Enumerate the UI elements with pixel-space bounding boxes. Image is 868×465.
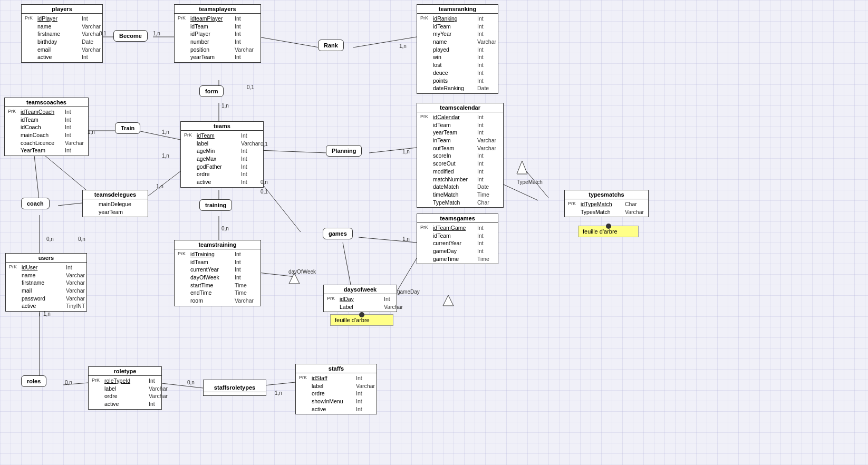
card-1n-delegues: 1,n	[156, 183, 163, 189]
relation-coach: coach	[21, 198, 50, 209]
note-daysofweek: feuille d'arbre	[330, 314, 393, 326]
entity-staffs-body: PrKidStaffInt labelVarchar ordreInt show…	[296, 373, 377, 414]
entity-players: players PrKidPlayerInt nameVarchar first…	[21, 4, 103, 63]
svg-line-22	[58, 203, 82, 206]
relation-train: Train	[115, 122, 140, 134]
entity-teamsdelegues: teamsdelegues mainDelegue yearTeam	[82, 190, 148, 217]
entity-daysofweek-title: daysofweek	[324, 285, 397, 294]
entity-roletype-body: PrKroleTypeIdInt labelVarchar ordreVarch…	[89, 376, 161, 409]
svg-marker-29	[517, 161, 527, 174]
entity-roletype: roletype PrKroleTypeIdInt labelVarchar o…	[88, 366, 162, 410]
card-1n-staffs: 1,n	[275, 390, 282, 396]
card-0n-coach-left: 0,n	[46, 236, 54, 242]
entity-teamscoaches: teamscoaches PrKidTeamCoachInt idTeamInt…	[4, 98, 89, 156]
card-01-become-left: 0,1	[99, 31, 107, 36]
entity-teamsranking: teamsranking PrKidRankingInt idTeamInt m…	[417, 4, 498, 94]
entity-daysofweek: daysofweek PrKidDayInt LabelVarchar	[323, 285, 397, 312]
entity-teamsranking-title: teamsranking	[417, 5, 498, 14]
entity-teamscalendar-title: teamscalendar	[417, 103, 503, 112]
svg-line-15	[343, 243, 351, 285]
entity-teamsplayers-body: PrKidteamPlayerInt idTeamInt idPlayerInt…	[175, 14, 261, 62]
entity-users-body: PrKidUserInt nameVarchar firstnameVarcha…	[6, 263, 86, 311]
card-1n-form-down: 1,n	[221, 103, 229, 109]
entity-users: users PrKidUserInt nameVarchar firstname…	[5, 253, 87, 312]
entity-teams-body: PrKidTeamInt labelVarchar ageMinInt ageM…	[181, 131, 263, 187]
card-0n-roles-right: 0,n	[187, 380, 195, 385]
entity-teamsdelegues-body: mainDelegue yearTeam	[83, 199, 148, 217]
card-1n-train-left: 1,n	[88, 129, 95, 135]
entity-staffsroletypes: staffsroletypes	[203, 380, 266, 396]
entity-teamsdelegues-title: teamsdelegues	[83, 190, 148, 199]
svg-line-5	[138, 131, 180, 140]
card-1n-games-right: 1,n	[402, 236, 410, 242]
card-0n-games-left: 0,n	[261, 179, 268, 185]
entity-teamsgames: teamsgames PrKidTeamGameInt idTeamInt cu…	[417, 214, 498, 264]
relation-rank: Rank	[318, 40, 344, 51]
entity-staffs: staffs PrKidStaffInt labelVarchar ordreI…	[295, 364, 377, 414]
entity-teamscoaches-body: PrKidTeamCoachInt idTeamInt idCoachInt m…	[5, 107, 88, 156]
relation-roles: roles	[21, 375, 46, 387]
entity-teamstraining-title: teamstraining	[175, 240, 261, 249]
svg-marker-31	[443, 295, 454, 306]
card-typematch: TypeMatch	[517, 179, 543, 185]
svg-line-2	[258, 37, 319, 47]
entity-teamsplayers: teamsplayers PrKidteamPlayerInt idTeamIn…	[174, 4, 261, 63]
card-dayofweek: dayOfWeek	[288, 269, 316, 275]
entity-teamstraining-body: PrKidTrainingInt idTeamInt currentYearIn…	[175, 249, 261, 306]
entity-teamsgames-body: PrKidTeamGameInt idTeamInt currentYearIn…	[417, 223, 498, 264]
card-0n-roles-left: 0,n	[65, 380, 72, 385]
entity-teams-title: teams	[181, 122, 263, 131]
card-1n-delegues-left: 1,n	[162, 153, 169, 159]
card-01-games: 0,1	[261, 189, 268, 195]
entity-typesmatchs-body: PrKidTypeMatchChar TypesMatchVarchar	[565, 199, 648, 217]
card-1n-planning-right: 1,n	[402, 149, 410, 154]
relation-become: Become	[113, 30, 148, 42]
card-01-form: 0,1	[247, 84, 254, 90]
entity-teamstraining: teamstraining PrKidTrainingInt idTeamInt…	[174, 240, 261, 306]
entity-teams: teams PrKidTeamInt labelVarchar ageMinIn…	[180, 121, 264, 188]
svg-line-3	[353, 37, 417, 47]
entity-teamsgames-title: teamsgames	[417, 214, 498, 223]
svg-line-12	[258, 179, 301, 232]
entity-teamscalendar: teamscalendar PrKidCalendarInt idTeamInt…	[417, 103, 504, 208]
entity-staffsroletypes-title: staffsroletypes	[204, 383, 266, 392]
card-01-planning-left: 0,1	[261, 141, 268, 147]
card-0n-coach-right: 0,n	[78, 236, 85, 242]
entity-daysofweek-body: PrKidDayInt LabelVarchar	[324, 294, 397, 312]
card-1n-train-right: 1,n	[162, 129, 169, 135]
entity-roletype-title: roletype	[89, 367, 161, 376]
card-1n-users: 1,n	[43, 311, 51, 317]
entity-staffs-title: staffs	[296, 364, 377, 373]
svg-line-8	[258, 150, 327, 153]
relation-games: games	[323, 228, 353, 239]
entity-players-body: PrKidPlayerInt nameVarchar firstnameVarc…	[22, 14, 102, 62]
relation-form: form	[199, 85, 224, 97]
entity-users-title: users	[6, 254, 86, 263]
entity-teamscalendar-body: PrKidCalendarInt idTeamInt yearTeamInt i…	[417, 112, 503, 207]
entity-players-title: players	[22, 5, 102, 14]
entity-teamsplayers-title: teamsplayers	[175, 5, 261, 14]
card-0n-training: 0,n	[221, 226, 229, 231]
card-1n-rank: 1,n	[399, 43, 407, 49]
entity-teamscoaches-title: teamscoaches	[5, 98, 88, 107]
note-typesmatchs: feuille d'arbre	[578, 226, 639, 237]
svg-line-19	[45, 156, 92, 195]
card-1n-become-right: 1,n	[153, 31, 160, 36]
entity-typesmatchs: typesmatchs PrKidTypeMatchChar TypesMatc…	[564, 190, 649, 217]
relation-planning: Planning	[326, 145, 362, 157]
entity-typesmatchs-title: typesmatchs	[565, 190, 648, 199]
svg-marker-30	[289, 273, 300, 284]
entity-teamsranking-body: PrKidRankingInt idTeamInt myYearInt name…	[417, 14, 498, 93]
card-gameday: gameDay	[397, 289, 420, 295]
svg-line-17	[504, 185, 538, 200]
relation-training: training	[199, 199, 232, 211]
